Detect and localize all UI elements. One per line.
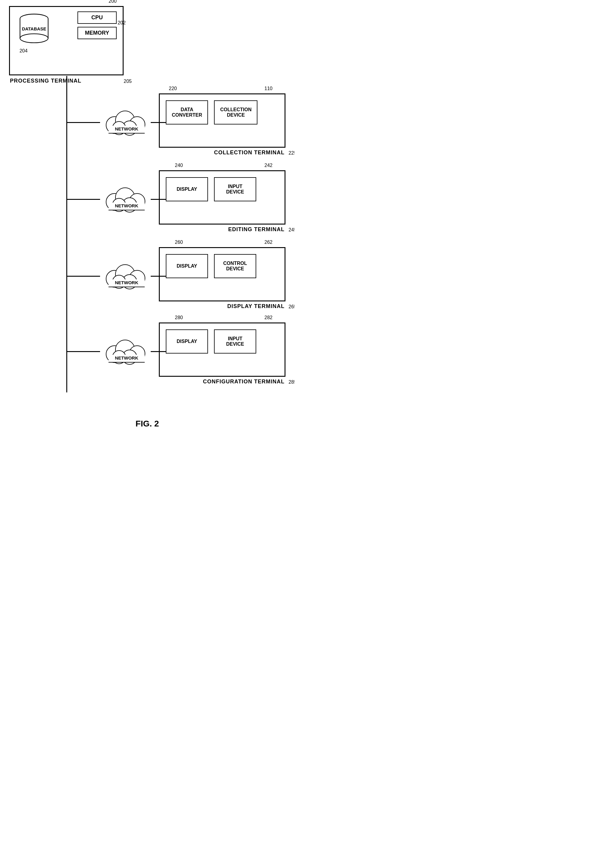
ref-282: 282: [264, 315, 273, 320]
collection-inner-boxes: DATACONVERTER COLLECTIONDEVICE: [166, 100, 279, 124]
editing-inner-boxes: DISPLAY INPUTDEVICE: [166, 177, 279, 201]
processing-terminal: 200 DATABASE 204 CPU 202 MEMORY: [9, 6, 124, 75]
ref-110: 110: [264, 86, 273, 92]
configuration-terminal: 280 282 DISPLAY INPUTDEVICE CONFIGURATIO…: [159, 322, 285, 377]
network-cloud-icon-config: NETWORK: [102, 336, 151, 366]
svg-text:NETWORK: NETWORK: [115, 203, 138, 208]
svg-text:NETWORK: NETWORK: [115, 280, 138, 285]
data-converter-box: DATACONVERTER: [166, 100, 208, 124]
display-inner-boxes: DISPLAY CONTROLDEVICE: [166, 254, 279, 278]
ref-205: 205: [124, 79, 132, 84]
display-terminal-label: DISPLAY TERMINAL: [227, 303, 285, 310]
ref-262: 262: [264, 240, 273, 245]
svg-text:NETWORK: NETWORK: [115, 126, 138, 131]
ref-280: 280: [175, 315, 183, 320]
hline-config-1: [67, 351, 100, 352]
hline-editing-1: [67, 199, 100, 200]
network-cloud-icon-display: NETWORK: [102, 261, 151, 291]
collection-terminal-label: COLLECTION TERMINAL: [214, 149, 285, 156]
network-cloud-editing: NETWORK: [102, 184, 151, 214]
editing-terminal-label: EDITING TERMINAL: [228, 226, 285, 233]
hline-display-1: [67, 276, 100, 277]
ref-240: 240: [175, 163, 183, 168]
collection-terminal: 220 110 DATACONVERTER COLLECTIONDEVICE C…: [159, 93, 285, 148]
network-cloud-config: NETWORK: [102, 336, 151, 366]
control-device-box: CONTROLDEVICE: [214, 254, 256, 278]
display-terminal: 260 262 DISPLAY CONTROLDEVICE DISPLAY TE…: [159, 247, 285, 301]
database-box: DATABASE 204: [15, 13, 54, 52]
ref-260: 260: [175, 240, 183, 245]
diagram: 200 DATABASE 204 CPU 202 MEMORY: [0, 0, 294, 416]
ref-204: 204: [19, 48, 28, 54]
figure-label: FIG. 2: [0, 419, 294, 435]
svg-point-4: [20, 34, 48, 43]
network-cloud-icon-editing: NETWORK: [102, 184, 151, 214]
hline-collection-1: [67, 122, 100, 123]
input-device-box-config: INPUTDEVICE: [214, 329, 256, 354]
ref-202: 202: [118, 20, 126, 26]
display-box-display: DISPLAY: [166, 254, 208, 278]
processing-terminal-label: PROCESSING TERMINAL: [10, 78, 81, 84]
network-cloud-icon-collection: NETWORK: [102, 107, 151, 137]
ref-242: 242: [264, 163, 273, 168]
ref-220: 220: [169, 86, 177, 92]
ref-200: 200: [109, 0, 117, 4]
ref-285: 285: [288, 379, 294, 385]
config-inner-boxes: DISPLAY INPUTDEVICE: [166, 329, 279, 354]
editing-terminal: 240 242 DISPLAY INPUTDEVICE EDITING TERM…: [159, 170, 285, 224]
svg-text:NETWORK: NETWORK: [115, 355, 138, 360]
ref-225: 225: [288, 151, 294, 156]
svg-text:DATABASE: DATABASE: [22, 26, 46, 31]
cpu-box: CPU: [77, 12, 117, 24]
ref-265: 265: [288, 304, 294, 310]
main-vertical-line: [66, 76, 67, 393]
display-box-editing: DISPLAY: [166, 177, 208, 201]
collection-device-box: COLLECTIONDEVICE: [214, 100, 257, 124]
config-terminal-label: CONFIGURATION TERMINAL: [203, 379, 285, 385]
database-cylinder-icon: DATABASE: [18, 13, 51, 47]
display-box-config: DISPLAY: [166, 329, 208, 354]
memory-box: MEMORY: [77, 27, 117, 39]
network-cloud-collection: NETWORK: [102, 107, 151, 137]
input-device-box-editing: INPUTDEVICE: [214, 177, 256, 201]
ref-245: 245: [288, 227, 294, 233]
network-cloud-display: NETWORK: [102, 261, 151, 291]
cpu-memory-stack: CPU 202 MEMORY: [77, 12, 117, 39]
